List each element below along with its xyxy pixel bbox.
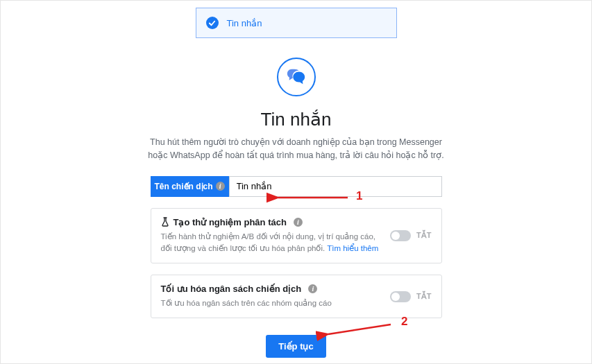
campaign-name-input[interactable] — [229, 176, 442, 197]
check-icon — [206, 17, 219, 29]
page-wrapper: Tin nhắn Tin nhắn Thu hút thêm người trò… — [0, 0, 592, 364]
split-test-title: Tạo thử nghiệm phân tách i — [161, 217, 384, 227]
split-test-toggle[interactable] — [390, 230, 411, 241]
budget-opt-toggle-wrap: TẮT — [390, 284, 431, 309]
info-icon[interactable]: i — [216, 182, 225, 191]
svg-line-1 — [328, 324, 391, 334]
banner-label: Tin nhắn — [227, 18, 262, 28]
split-test-card: Tạo thử nghiệm phân tách i Tiến hành thử… — [151, 208, 442, 264]
split-test-desc: Tiến hành thử nghiệm A/B đối với nội dun… — [161, 231, 384, 255]
annotation-number-2: 2 — [401, 315, 407, 329]
budget-opt-desc: Tối ưu hóa ngân sách trên các nhóm quảng… — [161, 297, 384, 309]
budget-opt-toggle[interactable] — [390, 291, 411, 302]
info-icon[interactable]: i — [294, 218, 303, 227]
hero-title: Tin nhắn — [1, 109, 591, 130]
hero-section: Tin nhắn Thu hút thêm người trò chuyện v… — [1, 58, 591, 162]
budget-opt-toggle-label: TẮT — [416, 292, 431, 301]
flask-icon — [161, 217, 169, 227]
split-test-toggle-label: TẮT — [416, 231, 431, 240]
hero-description: Thu hút thêm người trò chuyện với doanh … — [140, 136, 453, 162]
annotation-number-1: 1 — [356, 189, 362, 203]
continue-button[interactable]: Tiếp tục — [266, 335, 325, 358]
split-test-toggle-wrap: TẮT — [390, 217, 431, 255]
selected-objective-banner: Tin nhắn — [196, 8, 397, 38]
info-icon[interactable]: i — [308, 284, 317, 293]
campaign-name-label-text: Tên chiến dịch — [155, 182, 213, 191]
campaign-name-row: Tên chiến dịch i — [151, 176, 442, 197]
budget-opt-title: Tối ưu hóa ngân sách chiến dịch i — [161, 284, 384, 294]
continue-row: Tiếp tục — [1, 335, 591, 358]
split-test-title-text: Tạo thử nghiệm phân tách — [174, 217, 287, 227]
messages-icon — [277, 58, 316, 96]
budget-opt-card: Tối ưu hóa ngân sách chiến dịch i Tối ưu… — [151, 275, 442, 318]
learn-more-link[interactable]: Tìm hiểu thêm — [327, 244, 378, 252]
campaign-name-label: Tên chiến dịch i — [151, 176, 229, 197]
budget-opt-title-text: Tối ưu hóa ngân sách chiến dịch — [161, 284, 302, 294]
